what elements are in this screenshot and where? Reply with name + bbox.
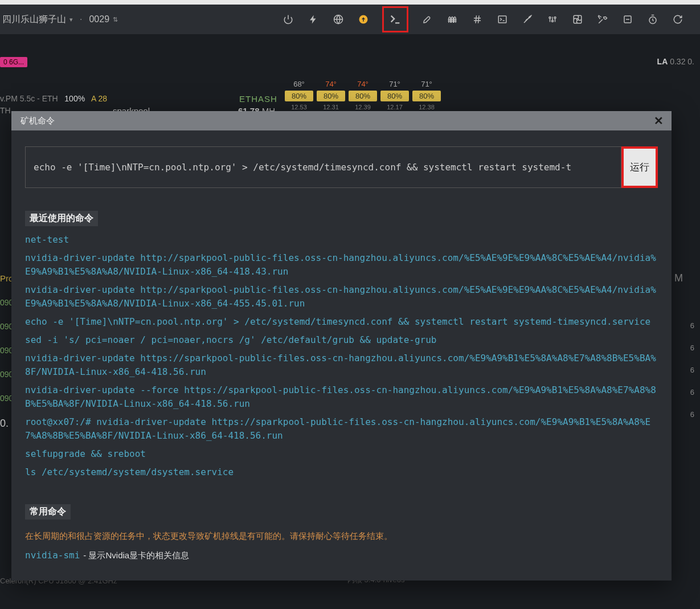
- gpu-hashrate: 12.38: [412, 104, 441, 111]
- th-label: TH: [0, 106, 11, 115]
- chevron-down-icon: ▾: [69, 16, 73, 23]
- recent-section-title: 最近使用的命令: [25, 211, 98, 226]
- common-commands-list: nvidia-smi - 显示Nvidia显卡的相关信息: [25, 550, 658, 561]
- breadcrumb-farm[interactable]: 四川乐山狮子山: [2, 14, 66, 26]
- gpu-temp: 74°: [349, 80, 377, 88]
- svg-point-5: [552, 21, 554, 22]
- timer-icon[interactable]: [646, 13, 659, 26]
- common-command[interactable]: nvidia-smi: [25, 550, 80, 561]
- recent-command[interactable]: ls /etc/systemd/system/dsystem.service: [25, 465, 658, 479]
- terminal-icon-highlighted[interactable]: [382, 6, 408, 32]
- recent-commands-list: net-testnvidia-driver-update http://spar…: [25, 233, 658, 479]
- breadcrumb-worker[interactable]: 0029: [89, 14, 109, 24]
- gpu-hashrate: 12.39: [349, 104, 377, 111]
- run-button[interactable]: 运行: [621, 146, 658, 188]
- gpu-stats-row: 68° 80% 12.5374° 80% 12.3174° 80% 12.397…: [285, 80, 441, 111]
- close-icon[interactable]: ✕: [654, 114, 664, 128]
- tools-icon[interactable]: [596, 13, 609, 26]
- console-icon[interactable]: [496, 13, 509, 26]
- gpu-hashrate: 12.53: [285, 104, 313, 111]
- gpu-temp: 74°: [317, 80, 345, 88]
- recent-command[interactable]: echo -e '[Time]\nNTP=cn.pool.ntp.org' > …: [25, 315, 658, 329]
- upgrade-icon[interactable]: [357, 13, 370, 26]
- hash-icon[interactable]: [471, 13, 484, 26]
- right-fragment: 6: [690, 388, 694, 397]
- gpu-cell: 71° 80% 12.38: [412, 80, 441, 111]
- gpu-pct: 80%: [349, 91, 377, 101]
- right-fragment: 6: [690, 410, 694, 419]
- common-command-row: nvidia-smi - 显示Nvidia显卡的相关信息: [25, 550, 658, 561]
- gpu-hashrate: 12.31: [317, 104, 345, 111]
- gpu-temp: 68°: [285, 80, 313, 88]
- gpu-cell: 68° 80% 12.53: [285, 80, 313, 111]
- right-fragment: 6: [690, 344, 694, 352]
- right-fragment: 6: [690, 321, 694, 330]
- right-m: M: [674, 272, 683, 284]
- gpu-cell: 71° 80% 12.17: [380, 80, 409, 111]
- recent-command[interactable]: root@xx07:/# nvidia-driver-update https:…: [25, 415, 658, 443]
- fence-icon[interactable]: [446, 13, 459, 26]
- lightning-icon[interactable]: [307, 13, 320, 26]
- refresh-icon[interactable]: [672, 13, 684, 26]
- recent-command[interactable]: selfupgrade && sreboot: [25, 447, 658, 461]
- gpu-pct: 80%: [412, 91, 441, 101]
- recent-command[interactable]: nvidia-driver-update http://sparkpool-pu…: [25, 283, 658, 310]
- recent-command[interactable]: nvidia-driver-update https://sparkpool-p…: [25, 351, 658, 379]
- breadcrumb[interactable]: 四川乐山狮子山 ▾ · 0029 ⇅: [0, 14, 118, 26]
- gpu-pct: 80%: [317, 91, 345, 101]
- svg-point-7: [577, 19, 579, 21]
- header-bar: 四川乐山狮子山 ▾ · 0029 ⇅: [0, 5, 700, 34]
- sliders-icon[interactable]: [546, 13, 559, 26]
- svg-point-4: [554, 17, 556, 19]
- miner-info: v.PM 5.5c - ETH 100% A 28: [0, 94, 107, 103]
- recent-command[interactable]: nvidia-driver-update http://sparkpool-pu…: [25, 251, 658, 279]
- toolbar: [282, 5, 684, 34]
- svg-rect-2: [498, 16, 506, 23]
- globe-icon[interactable]: [332, 13, 345, 26]
- gpu-temp: 71°: [412, 80, 441, 88]
- gpu-hashrate: 12.17: [380, 104, 409, 111]
- status-badge: 0 6G...: [0, 57, 27, 67]
- separator: ·: [80, 14, 82, 24]
- command-input[interactable]: [25, 146, 621, 188]
- svg-rect-6: [574, 15, 582, 23]
- common-warning: 在长周期的和很占资源的任务中，状态更改导致矿机掉线是有可能的。请保持耐心等待任务…: [25, 531, 658, 542]
- gpu-cell: 74° 80% 12.39: [349, 80, 377, 111]
- recent-command[interactable]: net-test: [25, 233, 658, 247]
- common-command-desc: - 显示Nvidia显卡的相关信息: [83, 550, 189, 561]
- recent-command[interactable]: nvidia-driver-update --force https://spa…: [25, 383, 658, 411]
- svg-point-3: [549, 17, 551, 19]
- minimize-icon[interactable]: [621, 13, 634, 26]
- right-fragments: 66666: [690, 321, 694, 419]
- right-fragment: 6: [690, 366, 694, 374]
- gpu-pct: 80%: [380, 91, 409, 101]
- gpu-pct: 80%: [285, 91, 313, 101]
- fan-icon[interactable]: [571, 13, 584, 26]
- power-icon[interactable]: [282, 13, 294, 26]
- chevron-updown-icon: ⇅: [113, 16, 118, 23]
- command-input-row: 运行: [25, 146, 658, 188]
- modal-title: 矿机命令: [21, 116, 55, 126]
- algo-label: ETHASH: [239, 94, 277, 104]
- recent-command[interactable]: sed -i 's/ pci=noaer / pci=noaer,nocrs /…: [25, 333, 658, 347]
- gpu-cell: 74° 80% 12.31: [317, 80, 345, 111]
- gpu-temp: 71°: [380, 80, 409, 88]
- window-chrome: [0, 0, 700, 5]
- common-section-title: 常用命令: [25, 504, 71, 520]
- load-average: LA 0.32 0.: [657, 57, 694, 66]
- rocket-icon[interactable]: [421, 13, 433, 26]
- modal-header: 矿机命令 ✕: [11, 111, 672, 130]
- pickaxe-icon[interactable]: [521, 13, 534, 26]
- command-modal: 矿机命令 ✕ 运行 最近使用的命令 net-testnvidia-driver-…: [11, 111, 672, 581]
- modal-body: 运行 最近使用的命令 net-testnvidia-driver-update …: [11, 130, 672, 581]
